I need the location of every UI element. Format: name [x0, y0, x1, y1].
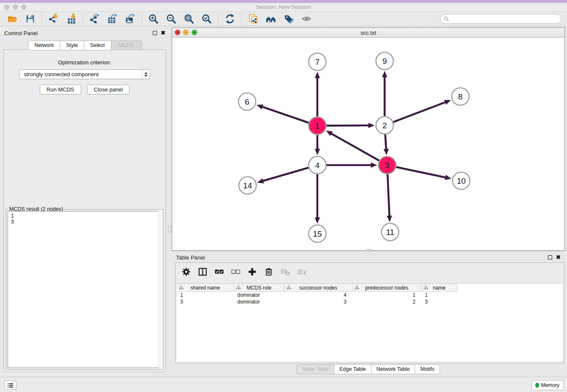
mcds-result-text[interactable]: 1 3 [8, 211, 162, 368]
toolbar-separator [41, 14, 42, 25]
graph-node-11[interactable]: 11 [382, 224, 399, 241]
close-table-panel-icon[interactable]: ✖ [556, 255, 561, 259]
graph-node-3[interactable]: 3 [379, 157, 396, 174]
eye-icon[interactable] [301, 14, 312, 25]
network-window-titlebar[interactable]: × − + scc.txt [172, 28, 564, 38]
table-tabs: Node TableEdge TableNetwork TableMotifs [172, 364, 565, 374]
edge-2-8[interactable] [393, 102, 446, 122]
cell-shared-name[interactable]: 1 [177, 292, 234, 298]
open-session-icon[interactable] [7, 14, 18, 25]
delete-row-icon[interactable] [263, 266, 274, 277]
edge-arrowhead [315, 149, 320, 155]
mac-titlebar: Session: New Session [0, 0, 567, 12]
zoom-selected-icon[interactable] [201, 14, 212, 25]
close-panel-icon[interactable]: ✖ [161, 31, 165, 35]
deselect-all-icon[interactable] [230, 266, 241, 277]
import-table-icon[interactable] [66, 14, 77, 25]
close-panel-button[interactable]: Close panel [87, 85, 130, 94]
graph-node-7[interactable]: 7 [309, 53, 326, 71]
cell-shared-name[interactable]: 3 [177, 298, 234, 305]
tab-mcds[interactable]: MCDS [111, 41, 142, 50]
tab-network[interactable]: Network [28, 41, 60, 50]
tab-style[interactable]: Style [60, 41, 84, 50]
table-toolbar: f(x) [176, 263, 564, 281]
graph-node-8[interactable]: 8 [452, 88, 469, 105]
column-header-name[interactable]: name [421, 284, 457, 292]
graph-node-6[interactable]: 6 [239, 93, 256, 110]
cell-name[interactable]: 3 [421, 298, 457, 305]
search-box[interactable] [440, 14, 561, 24]
table-panel: Table Panel ✖ f(x) shared nameMCDS roles… [172, 252, 565, 377]
select-all-icon[interactable] [214, 266, 225, 277]
column-header-MCDS-role[interactable]: MCDS role [234, 284, 284, 292]
export-network-icon[interactable] [89, 14, 100, 25]
tab-node-table[interactable]: Node Table [297, 364, 334, 374]
graph-node-14[interactable]: 14 [239, 177, 256, 194]
edge-arrowhead [445, 175, 451, 180]
cell-successor-nodes[interactable]: 3 [284, 298, 352, 305]
cell-predecessor-nodes[interactable]: 2 [352, 298, 421, 305]
tab-select[interactable]: Select [84, 41, 111, 50]
column-layout-icon[interactable] [197, 266, 208, 277]
edge-1-2[interactable] [326, 125, 369, 126]
mcds-panel: Optimization criterion: strongly connect… [3, 50, 166, 372]
search-input[interactable] [449, 15, 561, 23]
float-table-panel-icon[interactable] [548, 255, 552, 259]
graph-node-2[interactable]: 2 [376, 117, 394, 134]
application-window: Session: New Session Control Panel ✖ Net… [0, 0, 567, 392]
export-table-icon[interactable] [107, 14, 118, 25]
refresh-icon[interactable] [224, 14, 235, 25]
tab-edge-table[interactable]: Edge Table [334, 364, 371, 374]
graph-node-15[interactable]: 15 [309, 225, 326, 243]
cell-MCDS-role[interactable]: dominator [234, 298, 284, 305]
table-row[interactable]: 1dominator411 [177, 292, 563, 298]
tab-motifs[interactable]: Motifs [415, 364, 440, 374]
tab-network-table[interactable]: Network Table [372, 364, 416, 374]
task-history-button[interactable] [4, 381, 17, 390]
table-row[interactable]: 3dominator323 [177, 298, 563, 305]
criterion-select[interactable]: strongly connected component [19, 69, 150, 79]
cell-predecessor-nodes[interactable]: 1 [352, 292, 421, 298]
status-bar: Memory [0, 377, 567, 392]
settings-gear-icon[interactable] [181, 266, 192, 277]
graph-node-1[interactable]: 1 [309, 117, 326, 135]
edge-2-3[interactable] [385, 134, 386, 149]
column-header-predecessor-nodes[interactable]: predecessor nodes [352, 284, 421, 292]
import-network-icon[interactable] [48, 14, 59, 25]
run-mcds-button[interactable]: Run MCDS [40, 85, 81, 94]
edge-3-11[interactable] [388, 174, 389, 216]
result-scrollbar[interactable] [158, 210, 163, 369]
edge-3-1[interactable] [331, 133, 379, 161]
network-graph-canvas[interactable]: 1234678910111415 [172, 38, 564, 250]
save-session-icon[interactable] [25, 14, 36, 25]
memory-button[interactable]: Memory [531, 380, 564, 390]
edge-1-6[interactable] [262, 107, 309, 123]
tag-icon[interactable] [283, 14, 294, 25]
graph-node-10[interactable]: 10 [453, 172, 470, 190]
graph-node-9[interactable]: 9 [376, 52, 394, 70]
cell-MCDS-role[interactable]: dominator [234, 292, 284, 298]
toolbar-separator [241, 14, 242, 25]
zoom-fit-icon[interactable] [183, 14, 194, 25]
network-window-title: scc.txt [172, 30, 564, 36]
zoom-in-icon[interactable] [148, 14, 159, 25]
cell-successor-nodes[interactable]: 4 [284, 292, 352, 298]
graph-node-4[interactable]: 4 [309, 157, 326, 174]
home-icon[interactable] [265, 14, 276, 25]
float-panel-icon[interactable] [153, 31, 157, 35]
panel-splitter-grip[interactable] [168, 226, 171, 232]
select-stepper-icon[interactable] [142, 70, 150, 79]
workspace: Control Panel ✖ NetworkStyleSelectMCDS O… [0, 26, 567, 377]
cell-name[interactable]: 1 [421, 292, 457, 298]
duplicate-network-icon[interactable] [248, 14, 259, 25]
edge-4-14[interactable] [262, 168, 308, 181]
column-header-successor-nodes[interactable]: successor nodes [284, 284, 352, 292]
edge-3-10[interactable] [396, 167, 446, 177]
add-column-icon[interactable] [247, 266, 258, 277]
svg-text:10: 10 [457, 177, 465, 185]
export-image-icon[interactable] [124, 14, 135, 25]
column-header-shared-name[interactable]: shared name [177, 284, 234, 292]
edge-arrowhead [257, 178, 264, 183]
zoom-out-icon[interactable] [165, 14, 176, 25]
window-resize-grip[interactable] [366, 249, 371, 251]
